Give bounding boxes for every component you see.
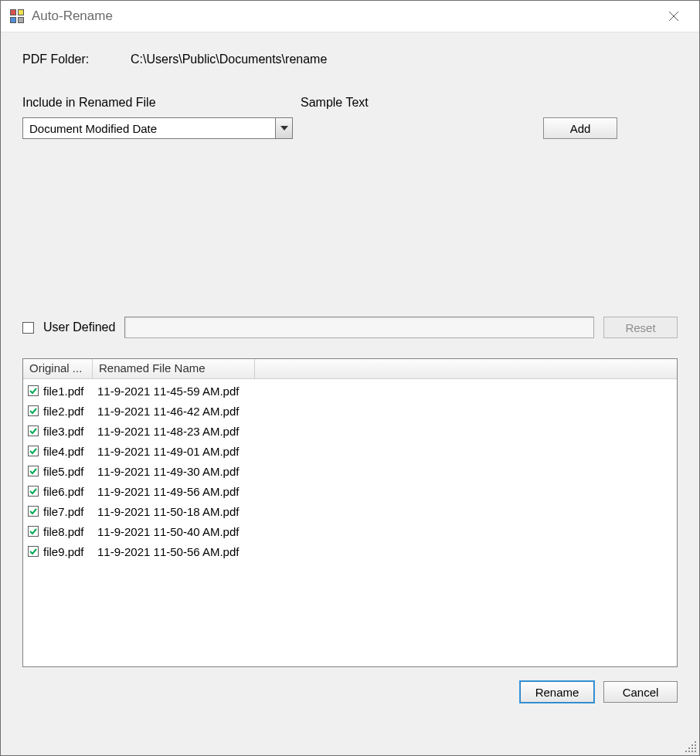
include-dropdown[interactable]: Document Modified Date: [22, 117, 293, 139]
user-defined-row: User Defined Reset: [22, 317, 678, 338]
client-area: PDF Folder: C:\Users\Public\Documents\re…: [1, 32, 699, 755]
svg-rect-11: [692, 751, 693, 752]
cell-original: file7.pdf: [43, 505, 97, 518]
cell-renamed: 11-9-2021 11-50-18 AM.pdf: [97, 505, 677, 518]
table-row[interactable]: file9.pdf11-9-2021 11-50-56 AM.pdf: [23, 541, 677, 561]
window: Auto-Rename PDF Folder: C:\Users\Public\…: [0, 0, 700, 756]
svg-rect-8: [695, 748, 696, 749]
folder-label: PDF Folder:: [22, 53, 131, 66]
list-body[interactable]: file1.pdf11-9-2021 11-45-59 AM.pdffile2.…: [23, 379, 677, 666]
col-empty: [255, 359, 677, 378]
cell-original: file2.pdf: [43, 405, 97, 418]
table-row[interactable]: file5.pdf11-9-2021 11-49-30 AM.pdf: [23, 461, 677, 481]
row-checkbox[interactable]: [28, 385, 39, 396]
folder-path: C:\Users\Public\Documents\rename: [131, 53, 327, 66]
cell-renamed: 11-9-2021 11-46-42 AM.pdf: [97, 405, 677, 418]
close-button[interactable]: [656, 4, 692, 29]
titlebar: Auto-Rename: [1, 1, 699, 32]
cell-renamed: 11-9-2021 11-50-40 AM.pdf: [97, 525, 677, 538]
svg-rect-5: [695, 744, 696, 746]
footer: Rename Cancel: [22, 667, 678, 703]
window-title: Auto-Rename: [32, 8, 656, 24]
row-checkbox[interactable]: [28, 486, 39, 497]
svg-rect-7: [692, 748, 693, 749]
folder-row: PDF Folder: C:\Users\Public\Documents\re…: [22, 53, 678, 66]
include-labels: Include in Renamed File Sample Text: [22, 96, 678, 110]
reset-button: Reset: [603, 317, 678, 338]
svg-rect-6: [688, 748, 690, 749]
row-checkbox[interactable]: [28, 466, 39, 476]
app-icon: [10, 9, 24, 23]
table-row[interactable]: file3.pdf11-9-2021 11-48-23 AM.pdf: [23, 421, 677, 441]
table-row[interactable]: file6.pdf11-9-2021 11-49-56 AM.pdf: [23, 481, 677, 501]
cell-renamed: 11-9-2021 11-48-23 AM.pdf: [97, 425, 677, 438]
svg-rect-4: [692, 744, 693, 746]
file-list[interactable]: Original ... Renamed File Name file1.pdf…: [22, 358, 678, 667]
user-defined-input[interactable]: [124, 317, 594, 338]
svg-rect-10: [688, 751, 690, 752]
row-checkbox[interactable]: [28, 446, 39, 456]
resize-grip[interactable]: [684, 740, 698, 754]
table-row[interactable]: file4.pdf11-9-2021 11-49-01 AM.pdf: [23, 441, 677, 461]
row-checkbox[interactable]: [28, 506, 39, 517]
row-checkbox[interactable]: [28, 526, 39, 537]
table-row[interactable]: file8.pdf11-9-2021 11-50-40 AM.pdf: [23, 521, 677, 541]
cell-original: file5.pdf: [43, 465, 97, 478]
include-selected: Document Modified Date: [23, 122, 275, 135]
add-button[interactable]: Add: [543, 117, 617, 139]
col-renamed[interactable]: Renamed File Name: [93, 359, 255, 378]
cell-renamed: 11-9-2021 11-49-56 AM.pdf: [97, 485, 677, 498]
cell-original: file3.pdf: [43, 425, 97, 438]
svg-rect-12: [695, 751, 696, 752]
svg-rect-3: [695, 741, 696, 743]
user-defined-checkbox[interactable]: [22, 322, 34, 334]
dropdown-arrow-icon[interactable]: [275, 118, 292, 138]
include-label: Include in Renamed File: [22, 96, 301, 110]
col-original[interactable]: Original ...: [23, 359, 93, 378]
cell-renamed: 11-9-2021 11-49-30 AM.pdf: [97, 465, 677, 478]
row-checkbox[interactable]: [28, 425, 39, 436]
sample-text-label: Sample Text: [301, 96, 369, 110]
table-row[interactable]: file2.pdf11-9-2021 11-46-42 AM.pdf: [23, 401, 677, 421]
cell-original: file4.pdf: [43, 445, 97, 458]
rename-button[interactable]: Rename: [520, 681, 594, 703]
include-row: Document Modified Date Add: [22, 117, 678, 139]
user-defined-label: User Defined: [43, 320, 115, 334]
list-header[interactable]: Original ... Renamed File Name: [23, 359, 677, 379]
cell-original: file9.pdf: [43, 545, 97, 558]
svg-rect-9: [685, 751, 687, 752]
cell-original: file6.pdf: [43, 485, 97, 498]
cell-renamed: 11-9-2021 11-45-59 AM.pdf: [97, 385, 677, 398]
cell-original: file1.pdf: [43, 385, 97, 398]
cell-original: file8.pdf: [43, 525, 97, 538]
cancel-button[interactable]: Cancel: [603, 681, 678, 703]
svg-marker-2: [280, 126, 288, 131]
cell-renamed: 11-9-2021 11-50-56 AM.pdf: [97, 545, 677, 558]
table-row[interactable]: file7.pdf11-9-2021 11-50-18 AM.pdf: [23, 501, 677, 521]
table-row[interactable]: file1.pdf11-9-2021 11-45-59 AM.pdf: [23, 381, 677, 401]
row-checkbox[interactable]: [28, 405, 39, 416]
cell-renamed: 11-9-2021 11-49-01 AM.pdf: [97, 445, 677, 458]
row-checkbox[interactable]: [28, 546, 39, 557]
